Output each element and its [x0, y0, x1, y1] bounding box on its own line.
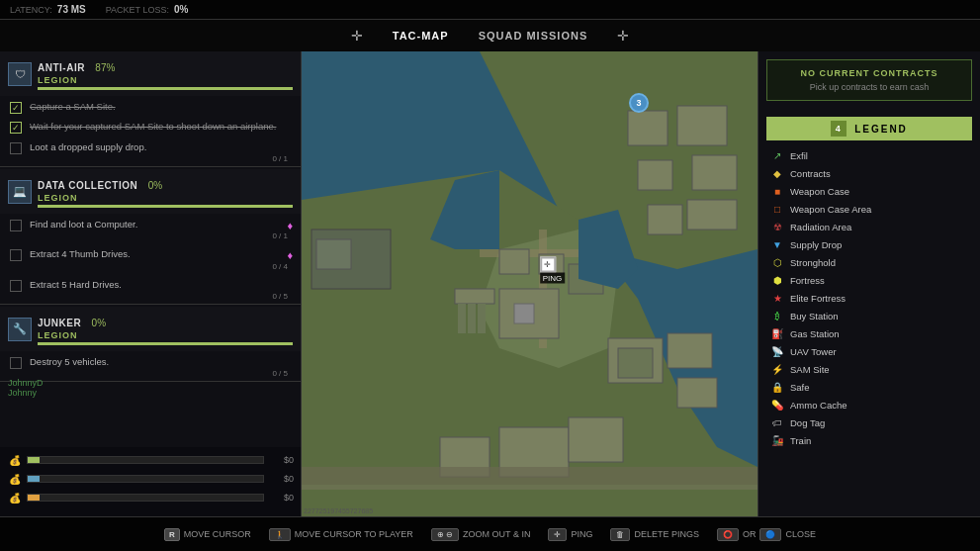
mission-header-2: 🔧 JUNKER 0% LEGION — [0, 307, 301, 351]
objective-2-0: Destroy 5 vehicles. 0 / 5 — [0, 351, 301, 381]
currency-icon-2: 💰 — [8, 491, 22, 505]
legend-item-4: ☢ Radiation Area — [766, 218, 972, 235]
obj-text-2-0: Destroy 5 vehicles. — [30, 356, 293, 368]
svg-rect-7 — [514, 304, 534, 323]
legend-items: ↗ Exfil ◆ Contracts ■ Weapon Case □ Weap… — [766, 146, 972, 449]
svg-rect-8 — [499, 249, 529, 274]
legend-header: 4 LEGEND — [766, 117, 972, 140]
latency-value: 73 MS — [57, 4, 86, 15]
svg-rect-19 — [455, 289, 494, 304]
obj-check-1-2 — [10, 280, 22, 292]
legend-item-14: 💊 Ammo Cache — [766, 396, 972, 413]
currency-bar-bg-0 — [27, 456, 264, 464]
legend-icon-exfil: ↗ — [770, 148, 784, 162]
mission-percent-2: 0% — [92, 318, 106, 328]
objective-0-0: ✓ Capture a SAM Site. — [0, 96, 301, 116]
faction-bar-1 — [38, 205, 293, 208]
contracts-title: NO CURRENT CONTRACTS — [775, 68, 963, 78]
legend-panel: 4 LEGEND ↗ Exfil ◆ Contracts ■ Weapon Ca… — [766, 117, 972, 508]
legend-item-3: □ Weapon Case Area — [766, 200, 972, 218]
currency-bar-bg-2 — [27, 494, 264, 502]
legend-item-label-0: Exfil — [790, 150, 808, 161]
legend-item-7: ⬢ Fortress — [766, 271, 972, 289]
legend-icon-buy: ₿ — [770, 309, 784, 322]
legend-item-10: ⛽ Gas Station — [766, 324, 972, 342]
currency-bars: 💰 $0 💰 $0 💰 $0 — [0, 447, 302, 516]
svg-rect-31 — [302, 485, 757, 490]
control-ping: ✛ PING — [548, 528, 592, 541]
ping-marker[interactable]: ✛ PING — [540, 256, 566, 283]
svg-rect-11 — [628, 111, 668, 145]
key-r: R — [164, 528, 180, 541]
no-contracts-box: NO CURRENT CONTRACTS Pick up contracts t… — [766, 59, 972, 101]
mission-icon-2: 🔧 — [8, 318, 32, 341]
svg-rect-26 — [677, 378, 717, 408]
ping-label: PING — [540, 272, 566, 283]
currency-bar-fill-2 — [28, 495, 40, 501]
obj-text-1-0: Find and loot a Computer. — [30, 219, 293, 230]
legend-icon-contracts: ◆ — [770, 166, 784, 180]
obj-text-0-0: Capture a SAM Site. — [30, 101, 293, 113]
legend-item-5: ▼ Supply Drop — [766, 235, 972, 253]
obj-progress-1-1: 0 / 4 — [30, 262, 293, 271]
player-names: JohnnyD Johnny — [8, 378, 44, 398]
delete-pings-label: DELETE PINGS — [634, 529, 699, 539]
key-zoom-icon: ⊕ ⊖ — [431, 528, 459, 541]
svg-rect-18 — [316, 239, 351, 269]
legend-icon-train: 🚂 — [770, 433, 784, 447]
nav-tac-map[interactable]: TAC-MAP — [393, 30, 449, 42]
objective-0-1: ✓ Wait for your captured SAM Site to sho… — [0, 116, 301, 136]
currency-icon-1: 💰 — [8, 472, 22, 486]
mission-faction-2: LEGION — [38, 330, 293, 340]
objective-0-2: Loot a dropped supply drop. 0 / 1 — [0, 137, 301, 166]
mission-header-0: 🛡 ANTI-AIR 87% LEGION — [0, 51, 301, 96]
legend-item-0: ↗ Exfil — [766, 146, 972, 164]
mission-section-0: 🛡 ANTI-AIR 87% LEGION ✓ Capture a SAM Si… — [0, 51, 301, 167]
legend-item-label-3: Weapon Case Area — [790, 204, 871, 215]
svg-rect-29 — [569, 417, 623, 462]
mission-percent-1: 0% — [148, 180, 162, 191]
obj-progress-0-2: 0 / 1 — [30, 154, 293, 163]
legend-icon-weapon: □ — [770, 202, 784, 216]
legend-item-label-7: Fortress — [790, 275, 825, 286]
mission-section-2: 🔧 JUNKER 0% LEGION Destroy 5 vehicles. 0… — [0, 307, 301, 382]
mission-section-1: 💻 DATA COLLECTION 0% LEGION Find and loo… — [0, 169, 301, 305]
svg-rect-30 — [302, 467, 757, 485]
coord-text: 227725197455727685 — [304, 507, 373, 514]
left-panel: 🛡 ANTI-AIR 87% LEGION ✓ Capture a SAM Si… — [0, 51, 302, 516]
obj-check-0-2 — [10, 142, 22, 154]
mission-faction-1: LEGION — [38, 193, 293, 203]
legend-item-label-16: Train — [790, 435, 811, 446]
map-marker-3[interactable]: 3 — [629, 93, 649, 113]
move-player-label: MOVE CURSOR TO PLAYER — [295, 529, 413, 539]
control-zoom: ⊕ ⊖ ZOOM OUT & IN — [431, 528, 531, 541]
player-name-2: Johnny — [8, 388, 44, 398]
legend-item-label-12: SAM Site — [790, 364, 830, 375]
obj-text-1-1: Extract 4 Thumb Drives. — [30, 248, 293, 260]
currency-icon-0: 💰 — [8, 453, 22, 467]
obj-progress-1-0: 0 / 1 — [30, 231, 293, 240]
top-bar: LATENCY: 73 MS PACKET LOSS: 0% — [0, 0, 980, 20]
nav-squad-missions[interactable]: SQUAD MISSIONS — [479, 30, 588, 42]
svg-rect-21 — [468, 304, 476, 333]
legend-item-label-9: Buy Station — [790, 311, 839, 321]
control-move-cursor: R MOVE CURSOR — [164, 528, 251, 541]
svg-rect-24 — [618, 348, 653, 378]
control-close: ⭕ OR 🔵 CLOSE — [717, 528, 816, 541]
packet-label: PACKET LOSS: — [106, 5, 169, 15]
legend-icon-gas: ⛽ — [770, 326, 784, 340]
legend-item-label-8: Elite Fortress — [790, 293, 846, 304]
obj-check-1-1 — [10, 249, 22, 261]
legend-icon-sam: ⚡ — [770, 362, 784, 376]
legend-item-label-4: Radiation Area — [790, 222, 851, 232]
mission-name-2: JUNKER — [38, 318, 81, 328]
svg-rect-20 — [458, 304, 466, 333]
obj-check-0-1: ✓ — [10, 122, 22, 134]
svg-rect-15 — [687, 200, 737, 230]
legend-item-label-10: Gas Station — [790, 328, 840, 339]
map-container[interactable]: 3 ✛ PING — [302, 51, 757, 516]
obj-icon-1-1: ♦ — [287, 249, 293, 261]
legend-item-label-13: Safe — [790, 382, 810, 393]
legend-item-label-15: Dog Tag — [790, 417, 825, 428]
legend-item-label-11: UAV Tower — [790, 346, 837, 357]
